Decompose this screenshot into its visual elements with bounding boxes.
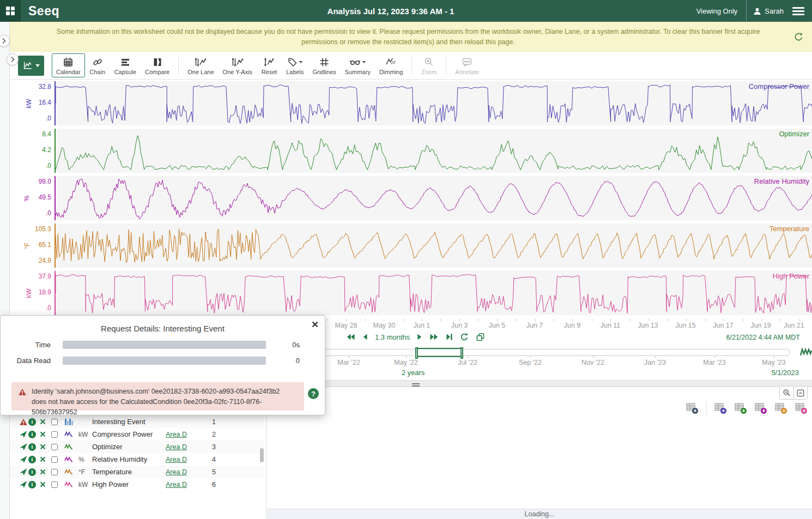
remove-item-icon[interactable] (40, 469, 46, 475)
user-menu[interactable]: Sarah (747, 7, 790, 15)
time-progress-bar (63, 341, 266, 349)
timebar-duration-label[interactable]: 2 years (402, 369, 425, 377)
timebar-end-date[interactable]: 5/1/2023 (771, 369, 799, 377)
send-pin-icon[interactable] (19, 430, 28, 438)
item-checkbox[interactable] (51, 444, 58, 450)
series-label: Optimizer (779, 130, 809, 138)
step-forward-half-icon[interactable] (417, 333, 422, 341)
item-info-icon[interactable]: i (28, 431, 36, 438)
toolbar-button-dimming[interactable]: Dimming (375, 53, 407, 77)
toolbar-button-compare[interactable]: Compare (141, 53, 174, 77)
remove-item-icon[interactable] (40, 431, 46, 437)
seeq-application: Seeq Analysis Jul 12, 2023 9:36 AM - 1 V… (0, 0, 812, 519)
asset-link[interactable]: Area D (166, 431, 187, 438)
table-scrollbar-thumb[interactable] (260, 448, 264, 462)
remove-item-icon[interactable] (40, 444, 46, 450)
lane-plot-band[interactable]: Compressor Power (54, 81, 812, 125)
lane-plot-band[interactable]: Temperature (54, 224, 812, 268)
zoom-to-fit-button[interactable] (780, 387, 793, 399)
permission-warning-banner: Some information on this worksheet could… (10, 22, 812, 52)
table-row-high-power[interactable]: i kW High Power Area D 6 (10, 478, 264, 491)
toolbar-button-one-lane[interactable]: One Lane (183, 53, 218, 77)
remove-item-icon[interactable] (40, 419, 46, 425)
toolbar-button-capsule[interactable]: Capsule (110, 53, 141, 77)
modal-title: Request Details: Interesting Event (1, 324, 325, 333)
x-axis-tick-mark (686, 319, 687, 321)
selector-left-handle[interactable] (415, 347, 418, 359)
item-checkbox[interactable] (51, 419, 58, 425)
table-row-optimizer[interactable]: i Optimizer Area D 3 (10, 440, 264, 453)
add-table-temperature-icon[interactable] (775, 403, 787, 414)
lane-plot-band[interactable]: Relative Humidity (54, 176, 812, 220)
item-info-icon[interactable]: i (28, 418, 36, 426)
item-info-icon[interactable]: i (28, 456, 36, 463)
panel-zoom-controls (779, 386, 808, 400)
timebar-auto-scale-icon[interactable] (800, 347, 812, 359)
expand-panel-chevron-toolbar[interactable] (7, 53, 19, 65)
warning-icon (19, 418, 28, 426)
item-info-icon[interactable]: i (28, 443, 36, 451)
asset-link[interactable]: Area D (166, 481, 187, 488)
item-checkbox[interactable] (51, 481, 58, 488)
apps-grid-icon (6, 7, 15, 15)
step-to-end-icon[interactable] (446, 333, 453, 341)
toolbar-button-summary[interactable]: Summary (341, 53, 375, 77)
duration-label[interactable]: 1.3 months (375, 333, 410, 341)
send-pin-icon[interactable] (19, 443, 28, 451)
seeq-logo[interactable]: Seeq (28, 4, 59, 19)
timebar-label: May '22 (394, 359, 417, 366)
toolbar-button-annotate[interactable]: Annotate (451, 53, 483, 77)
timebar-range-selector[interactable] (416, 348, 463, 357)
add-table-all-icon[interactable] (686, 403, 699, 414)
toolbar-button-calendar[interactable]: Calendar (52, 53, 85, 77)
asset-link[interactable]: Area D (166, 468, 187, 476)
send-pin-icon[interactable] (19, 468, 28, 476)
table-row-compressor-power[interactable]: i kW Compressor Power Area D 2 (10, 428, 264, 440)
toolbar-button-chain[interactable]: Chain (85, 53, 110, 77)
collapse-panel-button[interactable] (793, 387, 807, 399)
asset-link[interactable]: Area D (166, 456, 187, 463)
x-axis-label: Jun 17 (713, 322, 734, 329)
item-checkbox[interactable] (51, 431, 58, 438)
trend-chart-area[interactable]: kW 32.8 16.4 .0 Compressor Power 8.4 4.2… (10, 80, 812, 319)
item-number: 4 (212, 456, 216, 463)
lane-plot-band[interactable]: Optimizer (54, 129, 812, 173)
display-range-end-timestamp[interactable]: 6/21/2022 4:44 AM MDT (726, 334, 801, 341)
toolbar-button-zoom[interactable]: Zoom (416, 53, 441, 77)
step-back-full-icon[interactable] (346, 333, 355, 341)
copy-time-range-icon[interactable] (476, 333, 485, 341)
toolbar-button-reset[interactable]: Reset (257, 53, 282, 77)
add-table-relative-humidity-icon[interactable] (755, 403, 767, 414)
help-icon[interactable]: ? (308, 388, 319, 399)
step-back-half-icon[interactable] (362, 333, 368, 341)
table-row-temperature[interactable]: i °F Temperature Area D 5 (10, 466, 264, 478)
hamburger-menu-icon[interactable] (792, 5, 804, 17)
send-pin-icon[interactable] (19, 480, 28, 488)
item-checkbox[interactable] (51, 469, 58, 475)
send-pin-icon[interactable] (19, 455, 28, 463)
table-row-relative-humidity[interactable]: i % Relative Humidity Area D 4 (10, 453, 264, 466)
toolbar-button-labels[interactable]: Labels (282, 53, 308, 77)
asset-link[interactable]: Area D (166, 443, 187, 451)
view-mode-dropdown[interactable] (18, 56, 44, 76)
lane-plot-band[interactable]: High Power (54, 271, 812, 315)
item-info-icon[interactable]: i (28, 468, 36, 476)
apps-grid-button[interactable] (0, 0, 21, 22)
item-checkbox[interactable] (51, 456, 58, 463)
item-info-icon[interactable]: i (28, 481, 36, 488)
remove-item-icon[interactable] (40, 481, 46, 487)
remove-item-icon[interactable] (40, 456, 46, 462)
banner-refresh-icon[interactable] (794, 32, 803, 45)
timebar-label: Jan '23 (644, 359, 666, 366)
toolbar-button-gridlines[interactable]: Gridlines (308, 53, 340, 77)
add-table-compressor-power-icon[interactable] (714, 403, 727, 414)
step-forward-full-icon[interactable] (429, 333, 439, 341)
add-table-optimizer-icon[interactable] (735, 403, 747, 414)
selector-right-handle[interactable] (460, 347, 463, 359)
labels-tag-icon (287, 57, 298, 68)
add-table-high-power-icon[interactable] (795, 403, 808, 414)
auto-update-refresh-icon[interactable] (460, 333, 469, 341)
toolbar-button-one-y-axis[interactable]: One Y-Axis (219, 53, 257, 77)
modal-close-icon[interactable] (312, 321, 318, 329)
trend-lane-compressor-power: kW 32.8 16.4 .0 Compressor Power (10, 80, 812, 127)
